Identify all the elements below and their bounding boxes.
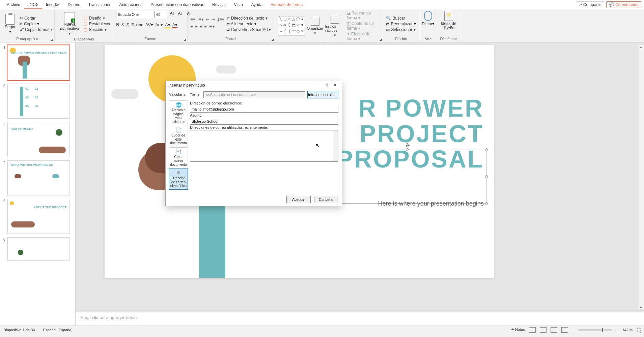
recent-emails-list[interactable] [190, 130, 338, 162]
slide-thumbnail-4[interactable]: WHAT WE ARE WORKING SO [7, 160, 69, 195]
email-input[interactable] [190, 106, 338, 113]
linkcat-document[interactable]: 📄 Lugar de este documento [169, 126, 188, 147]
normal-view-icon[interactable] [529, 327, 536, 333]
strike-button[interactable]: abc [136, 22, 143, 28]
slide-thumbnail-5[interactable]: ABOUT THE PROJECT [7, 199, 69, 234]
align-text-button[interactable]: Alinear texto ▾ [226, 22, 271, 26]
seccion-button[interactable]: Sección ▾ [84, 27, 110, 32]
bullets-icon[interactable]: ≡▾ [190, 17, 195, 22]
decrease-font-icon[interactable]: A↓ [177, 11, 184, 18]
collapse-ribbon-icon[interactable]: ⌃ [639, 331, 642, 336]
tab-formato-forma[interactable]: Formato de forma [267, 1, 307, 9]
linkcat-email[interactable]: ✉ Dirección de correo electrónico [169, 168, 188, 190]
highlight-color-button[interactable]: A▾ [165, 22, 170, 28]
increase-font-icon[interactable]: A↑ [169, 11, 175, 18]
tab-vista[interactable]: Vista [230, 1, 247, 9]
layout-button[interactable]: Diseño ▾ [84, 16, 110, 21]
screentip-button[interactable]: Info. en pantalla... [307, 91, 338, 98]
slide-subtitle-text[interactable]: Here is where your presentation begins [378, 200, 484, 207]
group-label: Fuente [116, 37, 185, 41]
underline-button[interactable]: S [127, 22, 130, 28]
reemplazar-button[interactable]: ⇄ Reemplazar ▾ [386, 22, 416, 26]
nueva-diapositiva-button[interactable]: Nueva diapositiva ▾ [57, 11, 82, 37]
vertical-scrollbar[interactable] [639, 45, 644, 309]
pegar-button[interactable]: Pegar ▾ [3, 12, 18, 35]
slide-thumbnail-3[interactable]: OUR COMPANY [7, 122, 69, 157]
reading-view-icon[interactable] [551, 327, 557, 333]
tab-animaciones[interactable]: Animaciones [115, 1, 147, 9]
slide-thumbnail-1[interactable]: SOLAR POWER PROJECT PROPOSAL [7, 45, 69, 80]
font-color-button[interactable]: A▾ [172, 22, 178, 28]
notes-toggle[interactable]: ≐ Notas [511, 328, 525, 332]
tab-inicio[interactable]: Inicio [24, 0, 42, 9]
tab-ayuda[interactable]: Ayuda [247, 1, 267, 9]
aceptar-button[interactable]: Aceptar [286, 196, 311, 203]
tab-revisar[interactable]: Revisar [208, 1, 230, 9]
font-name-select[interactable] [116, 11, 153, 18]
cancelar-button[interactable]: Cancelar [314, 196, 338, 203]
zoom-level[interactable]: 142 % [622, 328, 633, 332]
bold-button[interactable]: N [116, 22, 119, 28]
slide-thumbnail-panel[interactable]: 1 SOLAR POWER PROJECT PROPOSAL 2 01 02 0… [0, 42, 76, 326]
slide-thumbnail-6[interactable] [7, 237, 69, 261]
buscar-button[interactable]: 🔍 Buscar [386, 16, 416, 21]
align-center-icon[interactable]: ≡ [195, 24, 198, 29]
italic-button[interactable]: K [121, 22, 124, 28]
numbering-icon[interactable]: ⁝≡▾ [197, 17, 204, 22]
case-button[interactable]: Aa▾ [155, 22, 163, 28]
list-scrollbar[interactable] [333, 130, 338, 161]
relleno-forma-button[interactable]: ◪ Relleno de forma ▾ [347, 11, 381, 20]
rotate-handle-icon[interactable]: ⟳ [406, 143, 409, 146]
spacing-button[interactable]: AV▾ [145, 22, 153, 28]
dictar-button[interactable]: Dictar▾ [422, 11, 434, 26]
close-button[interactable]: ✕ [331, 83, 339, 88]
sorter-view-icon[interactable] [540, 327, 547, 333]
copiar-button[interactable]: Copiar ▾ [20, 22, 52, 26]
zoom-slider[interactable] [578, 329, 612, 331]
zoom-out-icon[interactable]: − [572, 328, 574, 332]
align-left-icon[interactable]: ≡ [190, 24, 193, 29]
copiar-formato-button[interactable]: Copiar formato [20, 27, 52, 32]
slide-thumbnail-2[interactable]: 01 02 03 04 05 06 [7, 84, 69, 119]
decrease-indent-icon[interactable]: ⇤ [206, 17, 209, 22]
smartart-button[interactable]: Convertir a SmartArt ▾ [226, 27, 271, 32]
tab-diseno[interactable]: Diseño [64, 1, 84, 9]
estilos-rapidos-button[interactable]: Estilos rápidos▾ [325, 15, 345, 37]
comentarios-button[interactable]: 💬 Comentarios [606, 1, 641, 8]
dialog-launcher-icon[interactable]: ◢ [380, 38, 382, 41]
tab-transiciones[interactable]: Transiciones [84, 1, 115, 9]
seleccionar-button[interactable]: ▭ Seleccionar ▾ [386, 27, 416, 32]
dialog-launcher-icon[interactable]: ◢ [184, 38, 186, 41]
tab-archivo[interactable]: Archivo [3, 1, 24, 9]
font-size-select[interactable] [155, 11, 167, 18]
tab-presentacion[interactable]: Presentación con diapositivas [146, 1, 208, 9]
language-indicator[interactable]: Español (España) [43, 328, 73, 332]
dialog-launcher-icon[interactable]: ◢ [272, 38, 274, 41]
ideas-diseno-button[interactable]: Ideas de diseño [440, 11, 457, 30]
dialog-launcher-icon[interactable]: ◢ [51, 38, 53, 41]
justify-icon[interactable]: ≡ [204, 24, 207, 29]
columns-icon[interactable]: ≣▾ [209, 24, 215, 29]
organizar-button[interactable]: Organizar▾ [307, 17, 323, 35]
contorno-forma-button[interactable]: ◫ Contorno de forma ▾ [347, 21, 381, 31]
compartir-button[interactable]: ↗ Compartir [576, 1, 604, 8]
align-right-icon[interactable]: ≡ [200, 24, 202, 29]
selection-box[interactable]: ⟳ [328, 150, 486, 204]
linkcat-new-doc[interactable]: 📑 Crear nuevo documento [169, 147, 188, 168]
zoom-in-icon[interactable]: + [616, 328, 618, 332]
help-button[interactable]: ? [323, 83, 331, 88]
increase-indent-icon[interactable]: ⇥ [212, 17, 215, 22]
text-direction-button[interactable]: Dirección del texto ▾ [226, 16, 271, 21]
shape-gallery[interactable]: ╲◻○△⬠▴ ↘⇨⬡⬒☆▾ ↝{}〰◇▿ [278, 16, 305, 36]
tab-insertar[interactable]: Insertar [42, 1, 64, 9]
restablecer-button[interactable]: Restablecer [84, 22, 110, 26]
slideshow-view-icon[interactable] [561, 327, 568, 333]
line-spacing-icon[interactable]: ‡≡▾ [217, 17, 225, 22]
cortar-button[interactable]: Cortar [20, 16, 52, 21]
subject-input[interactable] [190, 118, 338, 125]
linkcat-web[interactable]: 🌐 Archivo o página web existente [169, 100, 188, 125]
notes-input[interactable]: Haga clic para agregar notas [76, 312, 644, 326]
shadow-button[interactable]: S [131, 22, 134, 28]
group-label: Diapositivas [57, 37, 110, 42]
efectos-forma-button[interactable]: ✦ Efectos de forma ▾ [347, 32, 381, 41]
